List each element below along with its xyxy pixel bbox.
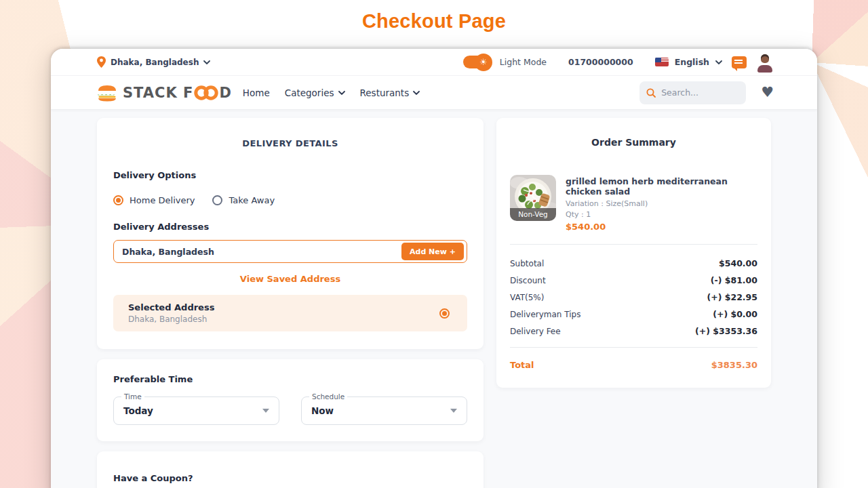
topbar-right: ☀ Light Mode 01700000000 English xyxy=(463,54,774,71)
address-input[interactable] xyxy=(122,247,401,257)
coupon-heading: Have a Coupon? xyxy=(113,473,467,483)
radio-icon-selected xyxy=(113,195,123,205)
browser-window: Dhaka, Bangladesh ☀ Light Mode 017000000… xyxy=(51,49,817,488)
summary-total-row: Total $3835.30 xyxy=(510,360,757,370)
summary-row-delivery-fee: Delivery Fee (+) $3353.36 xyxy=(510,326,757,336)
location-label: Dhaka, Bangladesh xyxy=(111,58,199,67)
order-item: Non-Veg grilled lemon herb mediterranean… xyxy=(510,175,757,232)
brand-part2: D xyxy=(219,85,231,101)
profile-avatar[interactable] xyxy=(756,54,774,71)
nav-link-home[interactable]: Home xyxy=(243,87,270,98)
radio-take-away[interactable]: Take Away xyxy=(212,195,275,205)
wishlist-heart-icon[interactable]: ♥ xyxy=(761,85,774,100)
radio-take-away-label: Take Away xyxy=(229,195,275,205)
row-label: Delivery Fee xyxy=(510,327,561,336)
sun-icon: ☀ xyxy=(475,54,492,71)
divider xyxy=(510,244,757,245)
language-selector[interactable]: English xyxy=(655,57,722,67)
chat-icon[interactable] xyxy=(732,56,747,68)
delivery-options-group: Home Delivery Take Away xyxy=(113,195,467,205)
delivery-details-card: DELIVERY DETAILS Delivery Options Home D… xyxy=(97,118,484,349)
page-header-band: Checkout Page xyxy=(0,0,868,42)
row-label: Discount xyxy=(510,276,546,285)
us-flag-icon xyxy=(655,58,669,66)
brand-logo[interactable]: STACK F D xyxy=(97,84,232,102)
total-label: Total xyxy=(510,360,534,370)
row-value: (-) $81.00 xyxy=(711,275,757,285)
summary-row-tips: Deliveryman Tips (+) $0.00 xyxy=(510,309,757,319)
caret-down-icon xyxy=(450,409,457,413)
theme-toggle[interactable]: ☀ xyxy=(463,56,490,68)
search-input[interactable] xyxy=(661,87,736,98)
nav-link-categories[interactable]: Categories xyxy=(285,87,345,98)
food-image: Non-Veg xyxy=(510,175,556,221)
nav-links: Home Categories Resturants xyxy=(243,87,420,98)
support-phone: 01700000000 xyxy=(568,57,633,67)
summary-row-vat: VAT(5%) (+) $22.95 xyxy=(510,292,757,302)
radio-icon-unselected xyxy=(212,195,222,205)
summary-row-discount: Discount (-) $81.00 xyxy=(510,275,757,285)
chevron-down-icon xyxy=(413,91,420,95)
schedule-select-label: Schedule xyxy=(309,392,347,401)
preferable-time-card: Preferable Time Time Today Schedule Now xyxy=(97,359,484,441)
theme-mode-label: Light Mode xyxy=(500,57,547,67)
time-select[interactable]: Time Today xyxy=(113,396,279,425)
caret-down-icon xyxy=(262,409,269,413)
page-title: Checkout Page xyxy=(362,10,506,33)
order-item-details: grilled lemon herb mediterranean chicken… xyxy=(566,175,757,232)
avatar-head xyxy=(761,54,769,63)
chevron-down-icon xyxy=(715,60,722,64)
order-summary-card: Order Summary xyxy=(496,118,771,388)
summary-row-subtotal: Subtotal $540.00 xyxy=(510,258,757,268)
schedule-select[interactable]: Schedule Now xyxy=(301,396,467,425)
chevron-down-icon xyxy=(338,91,345,95)
nav-right: ♥ xyxy=(639,81,774,104)
order-item-price: $540.00 xyxy=(566,222,757,232)
nav-link-restaurants[interactable]: Resturants xyxy=(360,87,420,98)
order-item-name: grilled lemon herb mediterranean chicken… xyxy=(566,176,757,197)
search-box[interactable] xyxy=(639,81,746,104)
selected-address-box[interactable]: Selected Address Dhaka, Bangladesh xyxy=(113,295,467,331)
right-column: Order Summary xyxy=(496,118,771,388)
schedule-select-value: Now xyxy=(311,405,334,416)
checkout-content: DELIVERY DETAILS Delivery Options Home D… xyxy=(51,110,817,488)
navbar: STACK F D Home Categories xyxy=(51,76,817,110)
radio-home-delivery[interactable]: Home Delivery xyxy=(113,195,195,205)
order-item-variation: Variation : Size(Small) xyxy=(566,199,757,208)
time-selects-row: Time Today Schedule Now xyxy=(113,396,467,425)
nav-link-restaurants-label: Resturants xyxy=(360,87,410,98)
left-column: DELIVERY DETAILS Delivery Options Home D… xyxy=(97,118,484,488)
divider xyxy=(510,347,757,348)
preferable-time-heading: Preferable Time xyxy=(113,374,467,384)
address-input-wrapper: Add New + xyxy=(113,240,467,263)
selected-address-radio[interactable] xyxy=(439,308,450,319)
row-value: (+) $0.00 xyxy=(713,309,757,319)
view-saved-address-link[interactable]: View Saved Address xyxy=(113,274,467,284)
nav-link-home-label: Home xyxy=(243,87,270,98)
delivery-details-heading: DELIVERY DETAILS xyxy=(113,138,467,148)
selected-address-value: Dhaka, Bangladesh xyxy=(128,314,214,324)
radio-home-delivery-label: Home Delivery xyxy=(130,195,195,205)
brand-part1: STACK F xyxy=(123,85,193,101)
order-item-qty: Qty : 1 xyxy=(566,210,757,219)
coupon-card: Have a Coupon? xyxy=(97,451,484,488)
time-select-label: Time xyxy=(121,392,144,401)
burger-icon xyxy=(97,84,117,102)
topbar: Dhaka, Bangladesh ☀ Light Mode 017000000… xyxy=(51,49,817,76)
order-summary-heading: Order Summary xyxy=(510,137,757,148)
avatar-torso xyxy=(757,65,772,73)
location-selector[interactable]: Dhaka, Bangladesh xyxy=(97,56,210,68)
non-veg-badge: Non-Veg xyxy=(510,208,556,221)
row-value: (+) $22.95 xyxy=(707,292,758,302)
row-label: Subtotal xyxy=(510,259,544,268)
time-select-value: Today xyxy=(123,405,153,416)
nav-link-categories-label: Categories xyxy=(285,87,334,98)
search-icon xyxy=(646,88,656,98)
brand-text: STACK F D xyxy=(123,85,232,101)
add-new-address-button[interactable]: Add New + xyxy=(401,243,464,260)
row-value: (+) $3353.36 xyxy=(695,326,757,336)
total-value: $3835.30 xyxy=(711,360,757,370)
selected-address-title: Selected Address xyxy=(128,302,214,312)
location-pin-icon xyxy=(97,56,106,68)
row-value: $540.00 xyxy=(719,258,757,268)
